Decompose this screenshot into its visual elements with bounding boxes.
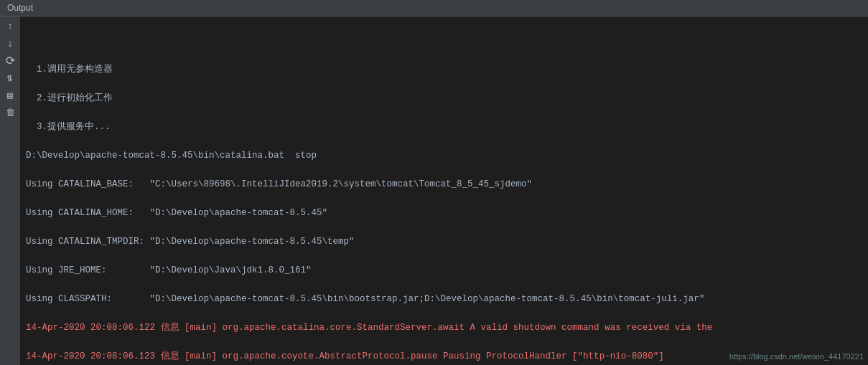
delete-button[interactable]: 🗑 [3,105,17,120]
output-line: Using JRE_HOME: "D:\Develop\Java\jdk1.8.… [26,263,862,278]
output-line: D:\Develop\apache-tomcat-8.5.45\bin\cata… [26,148,862,163]
status-bar: https://blog.csdn.net/weixin_44170221 [725,349,868,365]
output-panel[interactable]: 1.调用无参构造器 2.进行初始化工作 3.提供服务中... D:\Develo… [20,16,868,365]
output-line: Using CATALINA_BASE: "C:\Users\89698\.In… [26,177,862,191]
title-label: Output [7,3,33,13]
output-line: Using CATALINA_TMPDIR: "D:\Develop\apach… [26,234,862,249]
output-line: 14-Apr-2020 20:08:06.122 信息 [main] org.a… [26,321,862,335]
title-bar: Output [0,0,868,16]
output-line: 2.进行初始化工作 [26,91,862,105]
rerun-button[interactable]: ⟳ [3,54,17,68]
output-line: 3.提供服务中... [26,120,862,134]
print-button[interactable]: ▤ [3,88,17,103]
toolbar: ↑ ↓ ⟳ ⇌ ▤ 🗑 [0,16,20,365]
main-area: ↑ ↓ ⟳ ⇌ ▤ 🗑 1.调用无参构造器 2.进行初始化工作 3.提供服务中.… [0,16,868,365]
filter-button[interactable]: ⇌ [3,71,17,85]
output-line: Using CATALINA_HOME: "D:\Develop\apache-… [26,206,862,220]
output-line: Using CLASSPATH: "D:\Develop\apache-tomc… [26,292,862,306]
output-line: 1.调用无参构造器 [26,62,862,77]
up-button[interactable]: ↑ [3,19,17,34]
window: Output ↑ ↓ ⟳ ⇌ ▤ 🗑 1.调用无参构造器 2.进行初始化工作 3… [0,0,868,365]
down-button[interactable]: ↓ [3,37,17,51]
